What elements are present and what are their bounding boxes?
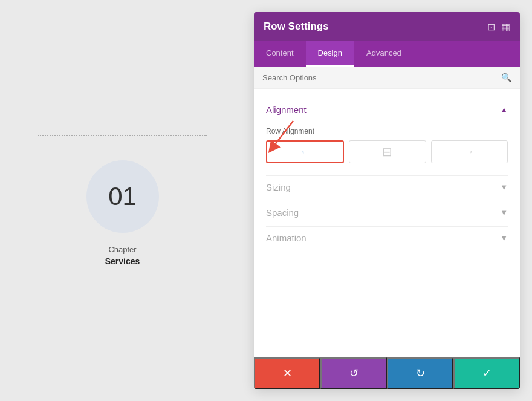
align-center-icon: ⊟ <box>382 145 392 159</box>
align-left-icon: ← <box>300 146 310 157</box>
section-alignment: Alignment ▲ Row Alignment ← ⊟ → <box>254 99 520 173</box>
chapter-circle: 01 <box>86 160 159 233</box>
align-right-button[interactable]: → <box>431 140 508 163</box>
cancel-button[interactable]: ✕ <box>254 357 320 389</box>
sizing-chevron: ▼ <box>500 183 508 192</box>
panel-header: Row Settings ⊡ ▦ <box>254 12 520 41</box>
alignment-header[interactable]: Alignment ▲ <box>266 99 508 121</box>
section-spacing: Spacing ▼ <box>254 201 520 224</box>
header-icons: ⊡ ▦ <box>487 21 510 33</box>
align-right-icon: → <box>464 146 474 157</box>
section-animation: Animation ▼ <box>254 227 520 249</box>
panel-tabs: Content Design Advanced <box>254 41 520 67</box>
search-bar: 🔍 <box>254 67 520 89</box>
alignment-buttons: ← ⊟ → <box>266 140 508 163</box>
animation-header[interactable]: Animation ▼ <box>266 227 508 249</box>
spacing-header[interactable]: Spacing ▼ <box>266 201 508 224</box>
panel-footer: ✕ ↺ ↻ ✓ <box>254 357 520 389</box>
left-area: 01 Chapter Services <box>0 0 245 401</box>
chapter-title: Services <box>105 256 140 266</box>
panel-title: Row Settings <box>264 21 329 33</box>
search-icon: 🔍 <box>501 73 511 82</box>
tab-advanced[interactable]: Advanced <box>354 41 414 67</box>
dotted-divider <box>38 135 207 136</box>
panel-body: Alignment ▲ Row Alignment ← ⊟ → <box>254 89 520 357</box>
spacing-chevron: ▼ <box>500 208 508 217</box>
spacing-title: Spacing <box>266 207 299 218</box>
row-settings-panel: Row Settings ⊡ ▦ Content Design Advanced… <box>254 12 520 389</box>
sizing-header[interactable]: Sizing ▼ <box>266 176 508 198</box>
row-alignment-label: Row Alignment <box>266 127 508 135</box>
undo-button[interactable]: ↺ <box>320 357 387 389</box>
tab-content[interactable]: Content <box>254 41 306 67</box>
chapter-label: Chapter <box>108 245 136 254</box>
section-sizing: Sizing ▼ <box>254 176 520 198</box>
columns-icon[interactable]: ▦ <box>501 21 510 33</box>
alignment-chevron: ▲ <box>500 105 508 114</box>
align-center-button[interactable]: ⊟ <box>349 140 426 163</box>
chapter-number: 01 <box>108 182 137 211</box>
sizing-title: Sizing <box>266 182 291 192</box>
align-left-button[interactable]: ← <box>266 140 344 163</box>
search-input[interactable] <box>262 73 501 82</box>
animation-chevron: ▼ <box>500 233 508 243</box>
alignment-title: Alignment <box>266 105 307 115</box>
animation-title: Animation <box>266 233 307 243</box>
tab-design[interactable]: Design <box>306 41 354 67</box>
resize-icon[interactable]: ⊡ <box>487 21 495 33</box>
save-button[interactable]: ✓ <box>453 357 520 389</box>
alignment-content: Row Alignment ← ⊟ → <box>266 121 508 173</box>
redo-button[interactable]: ↻ <box>387 357 453 389</box>
